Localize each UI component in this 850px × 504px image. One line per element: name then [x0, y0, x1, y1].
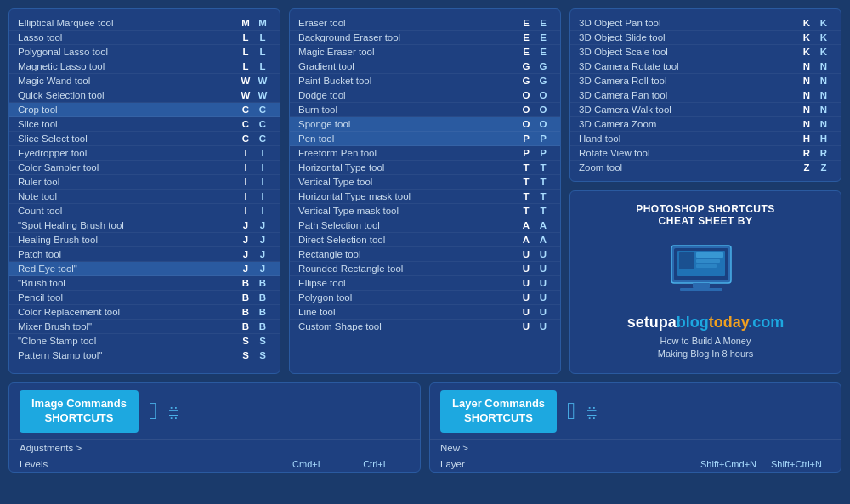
- tool-name: 3D Camera Roll tool: [579, 76, 798, 86]
- tool-row: Freeform Pen toolPP: [290, 146, 560, 161]
- tool-key-primary: S: [237, 350, 254, 360]
- tool-key-secondary: L: [254, 61, 271, 71]
- tool-name: Slice Select tool: [18, 133, 237, 144]
- tool-name: Patch tool: [18, 249, 237, 259]
- tool-row: Patch toolJJ: [9, 247, 280, 262]
- tool-name: Direct Selection tool: [298, 235, 518, 245]
- tool-key-primary: U: [518, 292, 535, 303]
- tool-key-primary: C: [237, 133, 254, 144]
- tool-key-secondary: T: [535, 177, 552, 187]
- tool-row: Elliptical Marquee toolMM: [9, 16, 280, 31]
- tool-key-primary: J: [237, 220, 254, 230]
- layer-label: Layer: [440, 459, 694, 469]
- tool-row: Count toolII: [9, 204, 280, 218]
- tool-key-primary: C: [237, 119, 254, 129]
- tool-key-secondary: S: [254, 350, 271, 360]
- tool-key-primary: J: [237, 249, 254, 259]
- tool-row: Pen toolPP: [290, 132, 560, 146]
- tool-name: 3D Object Pan tool: [579, 18, 798, 28]
- tool-key-primary: B: [237, 278, 254, 288]
- tool-key-secondary: B: [254, 278, 271, 288]
- tool-name: Color Sampler tool: [18, 162, 237, 173]
- tool-row: 3D Object Slide toolKK: [570, 31, 841, 45]
- tool-name: "Brush tool: [18, 278, 237, 288]
- col1-panel: Elliptical Marquee toolMMLasso toolLLPol…: [8, 8, 280, 374]
- tool-name: 3D Camera Walk tool: [579, 105, 798, 115]
- bottom-grid: Image CommandsSHORTCUTS  ⩷ Adjustments …: [8, 382, 842, 473]
- tool-key-secondary: J: [254, 263, 271, 274]
- tool-name: Rounded Rectangle tool: [298, 263, 518, 274]
- tool-row: Polygon toolUU: [290, 291, 560, 305]
- tool-row: Gradient toolGG: [290, 59, 560, 74]
- tool-row: Sponge toolOO: [290, 117, 560, 132]
- image-commands-btn[interactable]: Image CommandsSHORTCUTS: [20, 390, 139, 433]
- tool-name: Slice tool: [18, 119, 237, 129]
- tool-name: Freeform Pen tool: [298, 148, 518, 158]
- tool-row: Rounded Rectangle toolUU: [290, 262, 560, 276]
- adjustments-row: Adjustments >: [9, 439, 420, 456]
- url-today: today: [709, 314, 749, 331]
- tool-key-primary: U: [518, 249, 535, 259]
- tool-key-secondary: L: [254, 32, 271, 42]
- tool-key-primary: K: [798, 47, 815, 57]
- tool-key-secondary: G: [535, 61, 552, 71]
- tool-key-secondary: I: [254, 148, 271, 158]
- tool-key-secondary: N: [815, 76, 832, 86]
- tool-row: Dodge toolOO: [290, 88, 560, 103]
- tool-key-primary: R: [798, 148, 815, 158]
- promo-url[interactable]: setupablogtoday.com: [627, 314, 785, 331]
- tool-name: 3D Camera Zoom: [579, 119, 798, 129]
- svg-rect-5: [696, 259, 720, 263]
- tool-row: Rectangle toolUU: [290, 247, 560, 262]
- tool-name: Pencil tool: [18, 292, 237, 303]
- tool-name: Polygonal Lasso tool: [18, 47, 237, 57]
- tool-key-secondary: E: [535, 18, 552, 28]
- tool-key-secondary: H: [815, 133, 832, 144]
- tool-name: 3D Object Slide tool: [579, 32, 798, 42]
- tool-key-secondary: G: [535, 76, 552, 86]
- tool-name: Mixer Brush tool": [18, 321, 237, 331]
- tool-row: Paint Bucket toolGG: [290, 74, 560, 88]
- tool-row: Custom Shape toolUU: [290, 320, 560, 333]
- tool-key-primary: K: [798, 32, 815, 42]
- tool-key-primary: Z: [798, 162, 815, 173]
- tool-key-secondary: C: [254, 119, 271, 129]
- tool-name: Magnetic Lasso tool: [18, 61, 237, 71]
- tool-key-secondary: K: [815, 47, 832, 57]
- tool-name: Line tool: [298, 307, 518, 317]
- tool-row: Pencil toolBB: [9, 291, 280, 305]
- tool-name: Polygon tool: [298, 292, 518, 303]
- tool-key-primary: N: [798, 90, 815, 100]
- tool-row: Path Selection toolAA: [290, 218, 560, 233]
- tool-name: 3D Object Scale tool: [579, 47, 798, 57]
- tool-key-secondary: W: [254, 76, 271, 86]
- levels-key-win: Ctrl+L: [342, 459, 410, 469]
- bottom-right-panel: Layer CommandsSHORTCUTS  ⩷ New > Layer …: [429, 382, 842, 473]
- levels-key-mac: Cmd+L: [274, 459, 342, 469]
- tool-row: Color Sampler toolII: [9, 161, 280, 175]
- tool-key-secondary: T: [535, 191, 552, 201]
- layer-key-mac: Shift+Cmd+N: [694, 459, 762, 469]
- tool-key-primary: O: [518, 105, 535, 115]
- layer-commands-btn[interactable]: Layer CommandsSHORTCUTS: [440, 390, 557, 433]
- bottom-left-header: Image CommandsSHORTCUTS  ⩷: [9, 383, 420, 439]
- tool-key-primary: U: [518, 278, 535, 288]
- tool-key-secondary: W: [254, 90, 271, 100]
- tool-name: Sponge tool: [298, 119, 518, 129]
- tool-key-primary: N: [798, 119, 815, 129]
- tool-row: Vertical Type toolTT: [290, 175, 560, 190]
- tool-row: 3D Camera Pan toolNN: [570, 88, 841, 103]
- tool-key-secondary: T: [535, 206, 552, 216]
- tool-row: Slice Select toolCC: [9, 132, 280, 146]
- tool-name: Note tool: [18, 191, 237, 201]
- levels-row: Levels Cmd+L Ctrl+L: [9, 456, 420, 472]
- tool-key-secondary: B: [254, 307, 271, 317]
- tool-row: 3D Camera ZoomNN: [570, 117, 841, 132]
- levels-label: Levels: [20, 459, 274, 469]
- tool-name: Vertical Type tool: [298, 177, 518, 187]
- tool-key-secondary: J: [254, 249, 271, 259]
- tool-row: 3D Object Scale toolKK: [570, 45, 841, 59]
- tool-key-secondary: U: [535, 321, 552, 331]
- svg-rect-6: [696, 264, 717, 268]
- tool-name: Gradient tool: [298, 61, 518, 71]
